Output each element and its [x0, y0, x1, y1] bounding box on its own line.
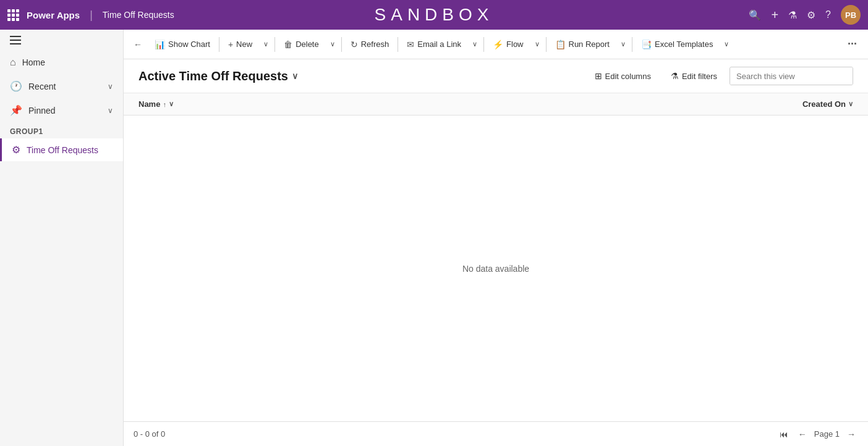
- search-view-input[interactable]: [730, 68, 846, 85]
- show-chart-button[interactable]: 📊 Show Chart: [148, 36, 216, 53]
- new-icon: +: [228, 40, 233, 49]
- new-button[interactable]: + New: [222, 36, 258, 53]
- col-created-chevron-icon: ∨: [848, 100, 853, 108]
- toolbar-separator-6: [546, 37, 547, 52]
- delete-label: Delete: [296, 40, 319, 49]
- more-actions-button[interactable]: ···: [841, 34, 863, 54]
- flow-dropdown-chevron[interactable]: ∨: [531, 36, 543, 52]
- refresh-button[interactable]: ↻ Refresh: [344, 36, 396, 53]
- pinned-icon: 📌: [10, 104, 22, 116]
- new-dropdown-chevron[interactable]: ∨: [260, 36, 272, 52]
- refresh-label: Refresh: [361, 40, 389, 49]
- run-report-label: Run Report: [569, 40, 610, 49]
- waffle-menu-icon[interactable]: [7, 9, 19, 21]
- sidebar-group-label: Group1: [0, 122, 123, 138]
- sidebar-pinned-label: Pinned: [28, 106, 56, 116]
- flow-icon: ⚡: [493, 40, 503, 49]
- pinned-chevron-icon: ∨: [108, 106, 113, 115]
- search-view-icon[interactable]: 🔍: [846, 67, 853, 85]
- record-count: 0 - 0 of 0: [134, 429, 165, 439]
- toolbar-separator-2: [274, 37, 275, 52]
- pagination-controls: ⏮ ← Page 1 →: [777, 428, 858, 440]
- home-icon: ⌂: [10, 57, 16, 68]
- sidebar-item-recent[interactable]: 🕐 Recent ∨: [0, 74, 123, 98]
- sidebar-recent-label: Recent: [28, 82, 56, 91]
- toolbar-separator-7: [632, 37, 632, 52]
- edit-filters-button[interactable]: ⚗ Edit filters: [663, 67, 725, 85]
- table-column-headers: Name ↑ ∨ Created On ∨: [124, 93, 868, 116]
- app-name-label: Power Apps: [27, 10, 80, 20]
- main-layout: ⌂ Home 🕐 Recent ∨ 📌 Pinned ∨ Group1 ⚙ Ti…: [0, 30, 868, 446]
- next-page-button[interactable]: →: [845, 428, 858, 440]
- sidebar-item-pinned[interactable]: 📌 Pinned ∨: [0, 98, 123, 122]
- view-title-chevron-icon: ∨: [292, 71, 298, 81]
- col-created-label: Created On: [802, 99, 846, 109]
- command-toolbar: ← 📊 Show Chart + New ∨ 🗑 Delete ∨ ↻ Re: [124, 30, 868, 59]
- table-body: No data available: [124, 116, 868, 421]
- edit-filters-label: Edit filters: [682, 72, 717, 81]
- flow-label: Flow: [506, 40, 523, 49]
- email-link-button[interactable]: ✉ Email a Link: [401, 36, 467, 53]
- chart-icon: 📊: [155, 40, 165, 49]
- page-label: Page 1: [814, 429, 840, 439]
- view-title-text: Active Time Off Requests: [138, 69, 288, 83]
- sidebar-item-time-off-requests[interactable]: ⚙ Time Off Requests: [0, 138, 123, 161]
- delete-dropdown-chevron[interactable]: ∨: [326, 36, 339, 52]
- edit-columns-button[interactable]: ⊞ Edit columns: [587, 67, 658, 85]
- toolbar-separator-3: [341, 37, 342, 52]
- add-icon-topbar[interactable]: +: [771, 8, 778, 22]
- first-page-button[interactable]: ⏮: [777, 428, 791, 440]
- user-avatar[interactable]: PB: [841, 5, 861, 25]
- filter-icon-topbar[interactable]: ⚗: [788, 9, 797, 21]
- col-name-sort-icon: ↑: [163, 101, 166, 108]
- search-view-box: 🔍: [730, 67, 853, 85]
- excel-icon: 📑: [641, 40, 652, 49]
- new-label: New: [236, 40, 252, 49]
- view-header: Active Time Off Requests ∨ ⊞ Edit column…: [124, 59, 868, 93]
- edit-columns-icon: ⊞: [595, 71, 602, 81]
- delete-icon: 🗑: [284, 40, 292, 49]
- toolbar-separator-1: [219, 37, 219, 52]
- sidebar-home-label: Home: [22, 57, 45, 67]
- refresh-icon: ↻: [351, 40, 358, 49]
- edit-filters-icon: ⚗: [671, 71, 679, 81]
- edit-columns-label: Edit columns: [605, 72, 651, 81]
- excel-templates-button[interactable]: 📑 Excel Templates: [635, 36, 719, 53]
- toolbar-separator-4: [398, 37, 398, 52]
- table-footer: 0 - 0 of 0 ⏮ ← Page 1 →: [124, 421, 868, 446]
- sidebar: ⌂ Home 🕐 Recent ∨ 📌 Pinned ∨ Group1 ⚙ Ti…: [0, 30, 124, 446]
- top-navigation-bar: Power Apps | Time Off Requests SANDBOX 🔍…: [0, 0, 868, 30]
- toolbar-separator-5: [483, 37, 484, 52]
- view-title[interactable]: Active Time Off Requests ∨: [138, 69, 298, 83]
- excel-templates-label: Excel Templates: [655, 40, 713, 49]
- flow-button[interactable]: ⚡ Flow: [487, 36, 529, 53]
- help-icon-topbar[interactable]: ?: [825, 9, 831, 20]
- run-report-button[interactable]: 📋 Run Report: [549, 36, 616, 53]
- column-header-name[interactable]: Name ↑ ∨: [138, 99, 802, 109]
- col-name-label: Name: [138, 99, 160, 109]
- search-icon-topbar[interactable]: 🔍: [749, 9, 761, 21]
- content-area: ← 📊 Show Chart + New ∨ 🗑 Delete ∨ ↻ Re: [124, 30, 868, 446]
- title-separator: |: [90, 9, 93, 22]
- sidebar-item-home[interactable]: ⌂ Home: [0, 51, 123, 74]
- entity-icon: ⚙: [12, 144, 20, 156]
- sidebar-toggle-button[interactable]: [0, 30, 123, 51]
- email-dropdown-chevron[interactable]: ∨: [469, 36, 481, 52]
- no-data-message: No data available: [462, 264, 529, 274]
- back-button[interactable]: ←: [129, 36, 147, 53]
- email-icon: ✉: [407, 40, 414, 49]
- report-icon: 📋: [555, 40, 566, 49]
- email-link-label: Email a Link: [417, 40, 461, 49]
- hamburger-icon: [10, 36, 21, 44]
- sidebar-entity-label: Time Off Requests: [27, 145, 98, 155]
- column-header-created-on[interactable]: Created On ∨: [802, 99, 853, 109]
- delete-button[interactable]: 🗑 Delete: [278, 36, 325, 53]
- run-report-dropdown-chevron[interactable]: ∨: [617, 36, 629, 52]
- prev-page-button[interactable]: ←: [796, 428, 809, 440]
- excel-dropdown-chevron[interactable]: ∨: [720, 36, 733, 52]
- page-title-topbar: Time Off Requests: [103, 10, 174, 20]
- sandbox-title: SANDBOX: [375, 5, 494, 25]
- view-header-actions: ⊞ Edit columns ⚗ Edit filters 🔍: [587, 67, 854, 85]
- show-chart-label: Show Chart: [168, 40, 210, 49]
- settings-icon-topbar[interactable]: ⚙: [807, 9, 815, 21]
